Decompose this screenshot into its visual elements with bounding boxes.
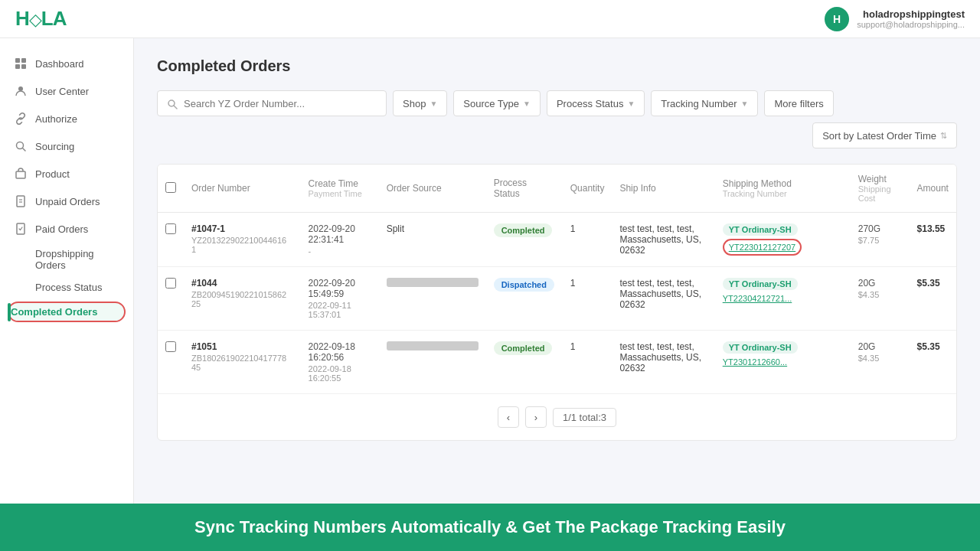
col-ship-info: Ship Info xyxy=(612,165,714,213)
col-weight: Weight Shipping Cost xyxy=(851,165,910,213)
sort-icon: ⇅ xyxy=(940,131,947,141)
tracking-number-highlighted[interactable]: YT223012127207 xyxy=(723,239,802,256)
ship-info-cell: test test, test, test, Massachusetts, US… xyxy=(612,213,714,267)
svg-rect-8 xyxy=(17,196,24,207)
sidebar-item-user-center[interactable]: User Center xyxy=(0,77,133,105)
table-row: #1044 ZB200945190221015862 25 2022-09-20… xyxy=(158,267,956,331)
tracking-number[interactable]: YT22304212721... xyxy=(723,294,792,303)
svg-rect-7 xyxy=(16,171,25,178)
shipping-method-cell: YT Ordinary-SHYT2301212660... xyxy=(715,331,851,394)
quantity-cell: 1 xyxy=(563,213,612,267)
col-amount: Amount xyxy=(910,165,956,213)
svg-rect-1 xyxy=(21,58,26,63)
shop-filter-button[interactable]: Shop ▼ xyxy=(393,90,447,116)
amount-cell: $13.55 xyxy=(910,213,956,267)
blurred-source xyxy=(387,341,479,350)
source-cell xyxy=(379,331,486,394)
blurred-source xyxy=(387,278,479,287)
svg-line-13 xyxy=(174,106,177,109)
amount-cell: $5.35 xyxy=(910,331,956,394)
col-quantity: Quantity xyxy=(563,165,612,213)
table-row: #1051 ZB180261902210417778 45 2022-09-18… xyxy=(158,331,956,394)
time-cell: 2022-09-20 22:31:41 - xyxy=(301,213,379,267)
sidebar-item-label: User Center xyxy=(35,86,89,97)
search-icon xyxy=(14,139,28,153)
main-content: Completed Orders Shop ▼ Source Type ▼ Pr… xyxy=(134,38,980,551)
svg-rect-2 xyxy=(15,64,20,69)
status-cell: Dispatched xyxy=(486,267,563,331)
banner-text: Sync Tracking Numbers Automatically & Ge… xyxy=(194,517,786,536)
svg-line-6 xyxy=(23,148,26,152)
col-create-time: Create Time Payment Time xyxy=(301,165,379,213)
quantity-cell: 1 xyxy=(563,267,612,331)
pagination: ‹ › 1/1 total:3 xyxy=(158,394,956,440)
sidebar-item-authorize[interactable]: Authorize xyxy=(0,105,133,132)
sidebar-item-product[interactable]: Product xyxy=(0,160,133,187)
row-checkbox[interactable] xyxy=(165,341,176,352)
sidebar-sub-process-status[interactable]: Process Status xyxy=(0,276,133,298)
user-area: H holadropshippingtest support@holadrops… xyxy=(825,7,965,31)
order-number-cell: #1044 ZB200945190221015862 25 xyxy=(184,267,301,331)
sidebar-item-label: Product xyxy=(35,168,70,180)
page-title: Completed Orders xyxy=(157,57,957,75)
source-type-filter-button[interactable]: Source Type ▼ xyxy=(453,90,541,116)
filter-bar: Shop ▼ Source Type ▼ Process Status ▼ Tr… xyxy=(157,90,957,148)
user-info: holadropshippingtest support@holadropshi… xyxy=(857,8,965,29)
col-order-source: Order Source xyxy=(379,165,486,213)
select-all-checkbox[interactable] xyxy=(165,182,176,193)
tracking-number[interactable]: YT2301212660... xyxy=(723,357,787,367)
time-cell: 2022-09-20 15:49:59 2022-09-11 15:37:01 xyxy=(301,267,379,331)
process-status-filter-button[interactable]: Process Status ▼ xyxy=(547,90,645,116)
check-file-icon xyxy=(14,222,28,236)
topbar: H◇LA H holadropshippingtest support@hola… xyxy=(0,0,980,38)
grid-icon xyxy=(14,57,28,70)
page-info: 1/1 total:3 xyxy=(553,408,616,427)
sidebar-item-sourcing[interactable]: Sourcing xyxy=(0,132,133,160)
svg-point-4 xyxy=(18,86,23,91)
row-checkbox[interactable] xyxy=(165,278,176,289)
tracking-number-filter-button[interactable]: Tracking Number ▼ xyxy=(651,90,758,116)
sidebar-item-paid-orders[interactable]: Paid Orders xyxy=(0,215,133,243)
logo: H◇LA xyxy=(15,7,66,31)
sidebar-sub-dropshipping-orders[interactable]: Dropshipping Orders xyxy=(0,243,133,276)
sidebar: Dashboard User Center Authorize Sourcing… xyxy=(0,38,134,551)
user-email: support@holadropshipping... xyxy=(857,20,965,29)
logo-text: H◇LA xyxy=(15,7,66,31)
sort-button[interactable]: Sort by Latest Order Time ⇅ xyxy=(812,122,957,148)
sidebar-item-label: Sourcing xyxy=(35,141,74,152)
weight-cell: 270G $7.75 xyxy=(851,213,910,267)
user-icon xyxy=(14,84,28,98)
sidebar-sub-completed-orders[interactable]: Completed Orders xyxy=(8,302,126,322)
prev-page-button[interactable]: ‹ xyxy=(498,406,519,428)
more-filters-button[interactable]: More filters xyxy=(764,90,833,116)
quantity-cell: 1 xyxy=(563,331,612,394)
sidebar-item-label: Authorize xyxy=(35,113,77,125)
next-page-button[interactable]: › xyxy=(525,406,547,428)
ship-method: YT Ordinary-SH xyxy=(723,223,798,236)
shipping-method-cell: YT Ordinary-SHYT223012127207 xyxy=(715,213,851,267)
shipping-method-cell: YT Ordinary-SHYT22304212721... xyxy=(715,267,851,331)
search-input[interactable] xyxy=(184,98,377,109)
layout: Dashboard User Center Authorize Sourcing… xyxy=(0,38,980,551)
order-number-cell: #1051 ZB180261902210417778 45 xyxy=(184,331,301,394)
svg-rect-3 xyxy=(21,64,26,69)
link-icon xyxy=(14,112,28,126)
search-box xyxy=(157,90,387,116)
col-process-status: Process Status xyxy=(486,165,563,213)
ship-method: YT Ordinary-SH xyxy=(723,278,798,290)
row-checkbox[interactable] xyxy=(165,223,176,234)
search-icon xyxy=(167,97,178,109)
sidebar-item-label: Unpaid Orders xyxy=(35,196,100,207)
ship-info-cell: test test, test, test, Massachusetts, US… xyxy=(612,267,714,331)
sidebar-item-dashboard[interactable]: Dashboard xyxy=(0,50,133,77)
box-icon xyxy=(14,167,28,181)
amount-cell: $5.35 xyxy=(910,267,956,331)
user-name: holadropshippingtest xyxy=(857,8,965,20)
chevron-down-icon: ▼ xyxy=(627,99,635,108)
status-cell: Completed xyxy=(486,213,563,267)
ship-info-cell: test test, test, test, Massachusetts, US… xyxy=(612,331,714,394)
table-row: #1047-1 YZ201322902210044616 1 2022-09-2… xyxy=(158,213,956,267)
svg-rect-0 xyxy=(15,58,20,63)
sidebar-item-unpaid-orders[interactable]: Unpaid Orders xyxy=(0,187,133,215)
orders-table: Order Number Create Time Payment Time Or… xyxy=(158,165,956,394)
